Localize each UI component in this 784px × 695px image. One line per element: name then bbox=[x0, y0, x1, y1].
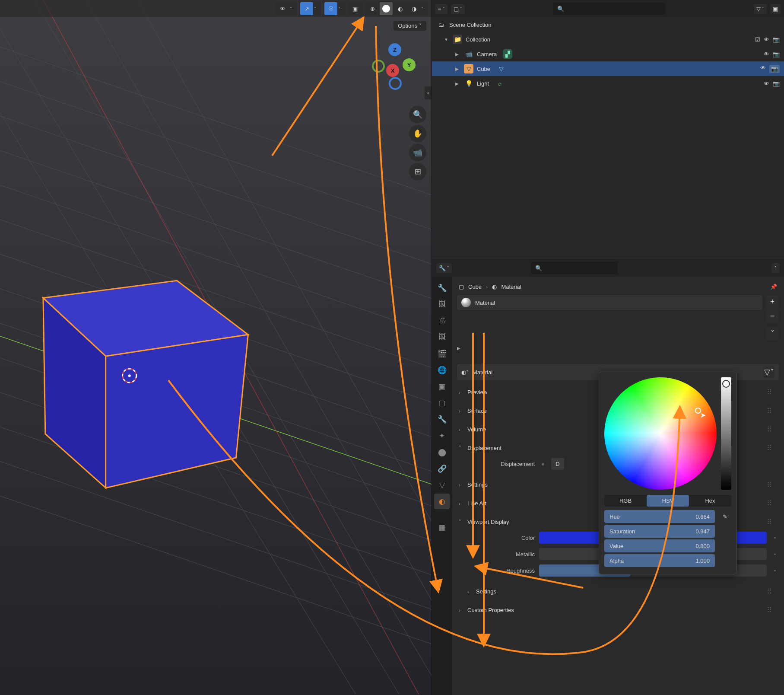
remove-slot-button[interactable]: − bbox=[766, 309, 779, 322]
drag-handle-icon[interactable]: ⠿ bbox=[767, 499, 777, 507]
drag-handle-icon[interactable]: ⠿ bbox=[767, 407, 777, 415]
outliner-item-cube[interactable]: ▶ ▽ Cube ▽ 👁 📷 bbox=[432, 61, 784, 76]
add-slot-button[interactable]: + bbox=[766, 295, 779, 308]
editor-type-icon[interactable]: 🔧˅ bbox=[436, 263, 452, 273]
perspective-icon[interactable]: ⊞ bbox=[409, 163, 426, 180]
render-icon[interactable]: 📷 bbox=[773, 80, 780, 87]
tab-hsv[interactable]: HSV bbox=[647, 495, 689, 507]
disclosure-icon[interactable]: ▼ bbox=[444, 37, 449, 42]
render-icon[interactable]: 📷 bbox=[773, 51, 780, 57]
editor-type-icon[interactable]: ≡˅ bbox=[435, 4, 448, 14]
render-icon[interactable]: 📷 bbox=[769, 65, 780, 73]
chevron-down-icon[interactable]: ˅ bbox=[338, 6, 344, 11]
axis-neg-y[interactable] bbox=[372, 60, 385, 73]
material-name[interactable]: Material bbox=[473, 369, 492, 376]
panel-custom-properties[interactable]: ›Custom Properties⠿ bbox=[457, 603, 779, 617]
collection-row[interactable]: ▼ 📁 Collection ☑ 👁 📷 bbox=[432, 32, 784, 47]
tab-hex[interactable]: Hex bbox=[689, 495, 731, 507]
value-slider[interactable] bbox=[721, 377, 731, 490]
tab-physics-icon[interactable]: ⬤ bbox=[434, 444, 450, 460]
expand-sidebar-icon[interactable]: ‹ bbox=[425, 86, 432, 99]
shading-wireframe-icon[interactable]: ⊕ bbox=[366, 2, 379, 15]
new-collection-icon[interactable]: ▣ bbox=[770, 4, 781, 14]
visibility-icon[interactable]: 👁 bbox=[760, 65, 766, 73]
viewport-3d[interactable]: 👁 ˅ ↗ ˅ ⦾ ˅ ▣ ⊕ ◐ ◑ ˅ Options bbox=[0, 0, 432, 695]
checkbox-icon[interactable]: ☑ bbox=[755, 36, 760, 43]
properties-search[interactable]: 🔍 bbox=[531, 262, 617, 274]
alpha-field[interactable]: Alpha1.000 bbox=[604, 554, 715, 567]
chevron-down-icon[interactable]: ˅ bbox=[290, 6, 296, 11]
drag-handle-icon[interactable]: ⠿ bbox=[767, 388, 777, 396]
animate-icon[interactable]: • bbox=[771, 567, 779, 574]
drag-handle-icon[interactable]: ⠿ bbox=[767, 606, 777, 614]
filter-icon[interactable]: ▽˅ bbox=[754, 4, 767, 14]
tab-modifier-icon[interactable]: 🔧 bbox=[434, 411, 450, 427]
options-button[interactable]: Options ˅ bbox=[394, 21, 426, 31]
visibility-icon[interactable]: 👁 bbox=[276, 2, 289, 15]
search-input[interactable] bbox=[567, 6, 661, 12]
tab-rgb[interactable]: RGB bbox=[604, 495, 647, 507]
material-browse-icon[interactable]: ◐˅ bbox=[461, 369, 469, 376]
displacement-mode[interactable]: D bbox=[551, 458, 564, 470]
slot-menu-icon[interactable]: ˅ bbox=[766, 327, 779, 340]
drag-handle-icon[interactable]: ⠿ bbox=[767, 587, 777, 596]
navigation-gizmo[interactable]: Z Y X bbox=[373, 43, 416, 86]
axis-z[interactable]: Z bbox=[388, 43, 401, 56]
hue-field[interactable]: Hue 0.664 bbox=[604, 510, 715, 523]
breadcrumb-material[interactable]: Material bbox=[501, 284, 521, 290]
tab-particle-icon[interactable]: ✦ bbox=[434, 428, 450, 443]
visibility-icon[interactable]: 👁 bbox=[764, 80, 769, 87]
drag-handle-icon[interactable]: ⠿ bbox=[767, 518, 777, 526]
outliner-item-light[interactable]: ▶ 💡 Light ☼ 👁 📷 bbox=[432, 76, 784, 91]
render-icon[interactable]: 📷 bbox=[773, 36, 780, 43]
tab-collection-icon[interactable]: ▣ bbox=[434, 379, 450, 394]
tab-tool-icon[interactable]: 🔧 bbox=[434, 280, 450, 296]
chevron-down-icon[interactable]: ˅ bbox=[314, 6, 320, 11]
disclosure-icon[interactable]: ▶ bbox=[457, 346, 460, 351]
value-cursor-icon[interactable] bbox=[722, 380, 730, 388]
tab-scene-icon[interactable]: 🎬 bbox=[434, 346, 450, 361]
pin-icon[interactable]: 📌 bbox=[770, 284, 777, 290]
eyedropper-icon[interactable]: ✎ bbox=[718, 510, 731, 523]
scene-collection-row[interactable]: 🗂 Scene Collection bbox=[432, 17, 784, 32]
animate-icon[interactable]: • bbox=[771, 551, 779, 558]
tab-data-icon[interactable]: ▽ bbox=[434, 477, 450, 493]
pan-icon[interactable]: ✋ bbox=[409, 125, 426, 142]
chevron-down-icon[interactable]: ˅ bbox=[421, 6, 427, 11]
disclosure-icon[interactable]: ▶ bbox=[455, 81, 460, 86]
outliner-search[interactable]: 🔍 bbox=[553, 3, 665, 15]
tab-texture-icon[interactable]: ▦ bbox=[434, 520, 450, 535]
breadcrumb-object[interactable]: Cube bbox=[468, 284, 482, 290]
outliner-item-camera[interactable]: ▶ 📹 Camera ▞ 👁 📷 bbox=[432, 47, 784, 61]
zoom-icon[interactable]: 🔍 bbox=[409, 106, 426, 123]
value-field[interactable]: Value0.800 bbox=[604, 539, 715, 552]
tab-object-icon[interactable]: ▢ bbox=[434, 395, 450, 411]
options-icon[interactable]: ˅ bbox=[771, 263, 780, 273]
socket-icon[interactable]: ● bbox=[539, 461, 547, 467]
visibility-icon[interactable]: 👁 bbox=[764, 36, 769, 43]
gizmo-toggle-icon[interactable]: ↗ bbox=[300, 2, 313, 15]
color-wheel[interactable]: ➤ bbox=[604, 377, 717, 490]
disclosure-icon[interactable]: ▶ bbox=[455, 52, 460, 57]
tab-world-icon[interactable]: 🌐 bbox=[434, 362, 450, 378]
drag-handle-icon[interactable]: ⠿ bbox=[767, 444, 777, 452]
axis-y[interactable]: Y bbox=[403, 58, 416, 71]
tab-render-icon[interactable]: 🖼 bbox=[434, 296, 450, 312]
node-toggle-icon[interactable]: ▽˅ bbox=[763, 367, 774, 378]
disclosure-icon[interactable]: ▶ bbox=[455, 67, 460, 71]
tab-material-icon[interactable]: ◐ bbox=[434, 494, 450, 509]
shading-rendered-icon[interactable]: ◑ bbox=[407, 2, 420, 15]
xray-toggle-icon[interactable]: ▣ bbox=[349, 2, 362, 15]
overlay-toggle-icon[interactable]: ⦾ bbox=[324, 2, 337, 15]
visibility-icon[interactable]: 👁 bbox=[764, 51, 769, 57]
axis-neg-z[interactable] bbox=[389, 77, 402, 90]
axis-x[interactable]: X bbox=[386, 64, 399, 77]
camera-view-icon[interactable]: 📹 bbox=[409, 144, 426, 161]
material-slot[interactable]: Material bbox=[457, 295, 762, 310]
saturation-field[interactable]: Saturation0.947 bbox=[604, 525, 715, 538]
tab-constraint-icon[interactable]: 🔗 bbox=[434, 461, 450, 476]
tab-viewlayer-icon[interactable]: 🖼 bbox=[434, 329, 450, 345]
shading-solid-icon[interactable] bbox=[380, 2, 393, 15]
drag-handle-icon[interactable]: ⠿ bbox=[767, 481, 777, 489]
drag-handle-icon[interactable]: ⠿ bbox=[767, 425, 777, 434]
